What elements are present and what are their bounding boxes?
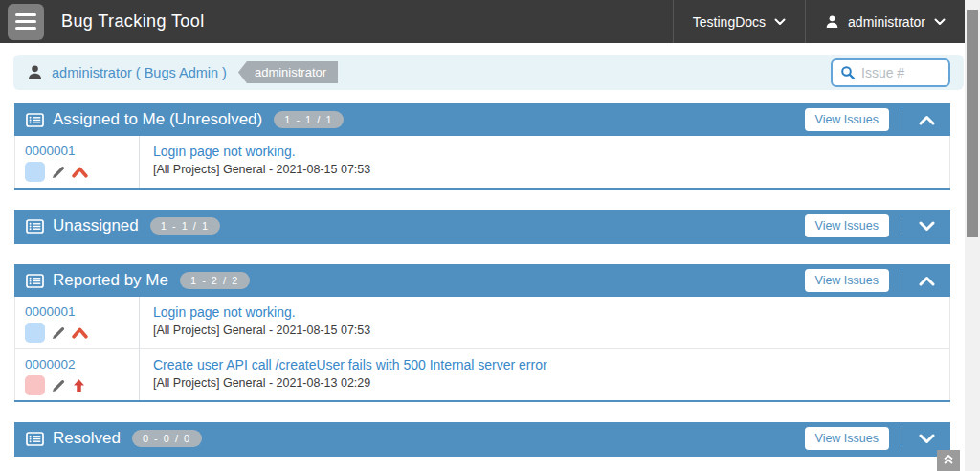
search-icon [840, 65, 856, 80]
expand-panel-button[interactable] [915, 434, 939, 444]
count-badge: 0 - 0 / 0 [132, 430, 202, 447]
issue-row-main: Login page not working. [All Projects] G… [140, 297, 949, 348]
issue-row: 0000001 Login page not working. [All Pro… [15, 136, 949, 188]
current-user-link[interactable]: administrator ( Bugs Admin ) [52, 65, 227, 80]
panel-body: 0000001 Login page not working. [All Pro… [14, 136, 950, 188]
collapse-panel-button[interactable] [915, 276, 939, 286]
priority-high-icon [72, 166, 88, 178]
list-alt-icon [26, 219, 44, 234]
list-alt-icon [26, 274, 44, 288]
view-issues-button[interactable]: View Issues [805, 269, 889, 292]
issue-meta: [All Projects] General - 2021-08-15 07:5… [153, 163, 936, 176]
issue-search-box [831, 58, 950, 87]
panel-title: Reported by Me [53, 271, 168, 290]
panel-title: Unassigned [53, 216, 139, 236]
chevron-down-icon [919, 221, 935, 232]
user-role-tag: administrator [238, 61, 338, 83]
issue-id-link[interactable]: 0000002 [25, 357, 129, 371]
issue-id-link[interactable]: 0000001 [25, 144, 129, 158]
navbar-right: TestingDocs administrator [673, 0, 965, 43]
issue-title-link[interactable]: Login page not working. [153, 304, 936, 320]
expand-panel-button[interactable] [915, 221, 939, 232]
panel-header: Resolved 0 - 0 / 0 View Issues [14, 422, 950, 455]
count-badge: 1 - 2 / 2 [180, 272, 250, 289]
panel-title: Resolved [53, 429, 121, 448]
edit-pencil-icon[interactable] [51, 165, 66, 180]
panel-resolved: Resolved 0 - 0 / 0 View Issues [14, 422, 950, 457]
panel-assigned-to-me: Assigned to Me (Unresolved) 1 - 1 / 1 Vi… [14, 103, 950, 190]
priority-urgent-icon [72, 378, 86, 392]
issue-row: 0000002 Create user API call /createUser… [15, 348, 949, 400]
view-issues-button[interactable]: View Issues [805, 214, 889, 237]
view-issues-button[interactable]: View Issues [805, 108, 889, 131]
hamburger-menu-icon [15, 13, 36, 16]
chevron-down-icon [774, 18, 786, 26]
edit-pencil-icon[interactable] [51, 378, 66, 393]
search-input[interactable] [861, 65, 938, 80]
hamburger-menu-button[interactable] [8, 4, 44, 40]
issue-meta: [All Projects] General - 2021-08-13 02:2… [153, 376, 936, 390]
issue-row-left: 0000001 [15, 297, 140, 348]
issue-row-left: 0000001 [15, 136, 140, 188]
scrollbar-track[interactable] [965, 0, 980, 471]
divider [902, 215, 902, 236]
panel-header: Assigned to Me (Unresolved) 1 - 1 / 1 Vi… [14, 103, 950, 136]
collapse-panel-button[interactable] [915, 115, 939, 125]
status-color-chip [25, 323, 45, 343]
issue-meta: [All Projects] General - 2021-08-15 07:5… [153, 324, 936, 337]
panel-header: Reported by Me 1 - 2 / 2 View Issues [14, 264, 950, 297]
user-menu-label: administrator [848, 14, 925, 30]
panel-body: 0000001 Login page not working. [All Pro… [14, 297, 950, 400]
chevron-down-icon [919, 434, 935, 444]
edit-pencil-icon[interactable] [51, 325, 66, 341]
priority-high-icon [72, 326, 88, 339]
issue-title-link[interactable]: Create user API call /createUser fails w… [153, 357, 936, 372]
issue-icons [25, 162, 129, 182]
user-menu[interactable]: administrator [805, 0, 965, 43]
issue-icons [25, 375, 129, 395]
panel-header: Unassigned 1 - 1 / 1 View Issues [14, 210, 950, 242]
issue-row-main: Login page not working. [All Projects] G… [140, 136, 949, 188]
scrollbar-thumb[interactable] [967, 10, 978, 237]
user-info-bar: administrator ( Bugs Admin ) administrat… [13, 55, 964, 90]
panel-unassigned: Unassigned 1 - 1 / 1 View Issues [14, 210, 950, 244]
issue-id-link[interactable]: 0000001 [25, 304, 129, 319]
person-icon [27, 64, 43, 80]
count-badge: 1 - 1 / 1 [274, 111, 344, 128]
top-navbar: Bug Tracking Tool TestingDocs administra… [0, 0, 965, 43]
panel-title: Assigned to Me (Unresolved) [53, 110, 262, 129]
status-color-chip [25, 162, 45, 182]
divider [902, 109, 902, 130]
list-alt-icon [26, 432, 44, 446]
project-selector[interactable]: TestingDocs [673, 0, 805, 43]
status-color-chip [25, 375, 45, 395]
app-title: Bug Tracking Tool [61, 11, 205, 32]
person-icon [825, 14, 839, 29]
project-selector-label: TestingDocs [693, 14, 766, 30]
issue-row-main: Create user API call /createUser fails w… [140, 349, 949, 400]
divider [902, 428, 902, 449]
count-badge: 1 - 1 / 1 [150, 217, 220, 235]
double-chevron-up-icon [943, 454, 954, 465]
issue-row: 0000001 Login page not working. [All Pro… [15, 297, 949, 348]
chevron-up-icon [919, 115, 935, 125]
chevron-down-icon [934, 18, 946, 26]
panel-reported-by-me: Reported by Me 1 - 2 / 2 View Issues 000… [14, 264, 950, 402]
divider [902, 270, 902, 291]
scroll-to-top-button[interactable] [937, 450, 960, 471]
list-alt-icon [26, 113, 44, 127]
view-issues-button[interactable]: View Issues [805, 427, 889, 450]
chevron-up-icon [919, 276, 935, 286]
issue-icons [25, 323, 129, 343]
issue-title-link[interactable]: Login page not working. [153, 144, 936, 159]
issue-row-left: 0000002 [15, 349, 140, 400]
